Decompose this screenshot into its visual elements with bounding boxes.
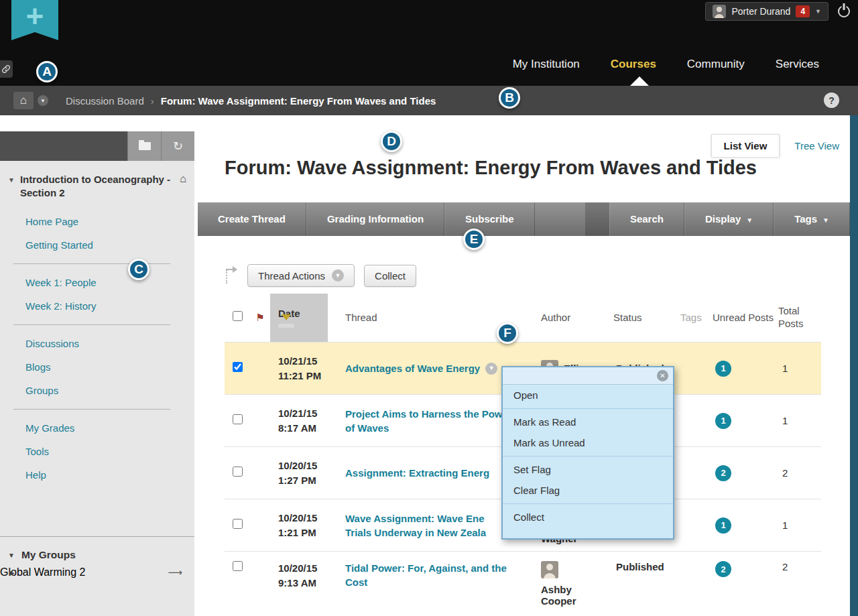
nav-services[interactable]: Services <box>776 58 819 71</box>
callout-badge-d: D <box>381 131 402 152</box>
thread-link[interactable]: Assignment: Extracting Energ <box>345 466 489 480</box>
total-posts: 2 <box>778 561 821 572</box>
page-title: Forum: Wave Assignment: Energy From Wave… <box>225 157 757 179</box>
thread-link[interactable]: Wave Assignment: Wave Ene Trials Underwa… <box>345 511 486 540</box>
topbar: + Porter Durand 4 ▼ My Institution Cours… <box>0 0 858 86</box>
breadcrumb-bar: ⌂ ▼ Discussion Board › Forum: Wave Assig… <box>0 86 858 115</box>
sidebar-item-discussions[interactable]: Discussions <box>0 332 194 355</box>
column-header-date[interactable]: Date <box>270 294 328 342</box>
row-checkbox[interactable] <box>233 414 243 427</box>
callout-badge-f: F <box>497 322 518 344</box>
sidebar-item-blogs[interactable]: Blogs <box>0 355 194 379</box>
user-avatar <box>713 5 726 18</box>
row-checkbox[interactable] <box>233 519 243 532</box>
sidebar-item-week1[interactable]: Week 1: People <box>0 271 194 294</box>
sidebar-item-week2[interactable]: Week 2: History <box>0 294 194 318</box>
my-groups-header: ▼ My Groups <box>0 544 194 566</box>
thread-date: 10/20/15 1:27 PM <box>270 458 345 488</box>
thread-link[interactable]: Project Aims to Harness the Power of Wav… <box>345 407 514 435</box>
search-button[interactable]: Search <box>609 202 684 236</box>
collapse-chevron-icon[interactable]: ▼ <box>8 176 15 200</box>
group-item: ▶ Global Warming 2 ⟶ <box>0 566 194 578</box>
menu-item-set-flag[interactable]: Set Flag <box>503 459 673 480</box>
add-ribbon-button[interactable]: + <box>11 0 58 40</box>
collapse-chevron-icon[interactable]: ▼ <box>8 552 15 559</box>
sidebar-item-help[interactable]: Help <box>0 463 194 487</box>
close-icon[interactable]: ✕ <box>657 370 668 381</box>
menu-item-collect[interactable]: Collect <box>503 507 673 528</box>
display-menu-button[interactable]: Display▼ <box>684 202 774 236</box>
column-header-thread: Thread <box>345 312 541 324</box>
unread-count-badge[interactable]: 1 <box>715 361 731 377</box>
thread-actions-button[interactable]: Thread Actions ▼ <box>247 264 355 287</box>
menu-item-mark-as-read[interactable]: Mark as Read <box>503 412 673 432</box>
sidebar-item-tools[interactable]: Tools <box>0 440 194 463</box>
sidebar-item-home-page[interactable]: Home Page <box>0 210 194 233</box>
user-menu[interactable]: Porter Durand 4 ▼ <box>705 2 829 21</box>
sidebar-item-getting-started[interactable]: Getting Started <box>0 233 194 257</box>
thread-link[interactable]: Advantages of Wave Energy <box>345 361 480 375</box>
unread-posts-cell: 1 <box>713 413 778 429</box>
unread-count-badge[interactable]: 2 <box>715 465 731 481</box>
nav-courses[interactable]: Courses <box>611 58 656 71</box>
course-home-icon[interactable]: ⌂ <box>180 173 186 200</box>
collapse-menu-button[interactable] <box>127 131 161 161</box>
active-tab-notch <box>630 76 649 86</box>
row-checkbox[interactable] <box>233 362 243 375</box>
view-toggle: List View Tree View <box>711 134 839 157</box>
thread-context-menu-icon[interactable]: ▼ <box>485 363 497 375</box>
unread-posts-cell: 2 <box>713 561 778 577</box>
tab-list-view[interactable]: List View <box>711 134 780 157</box>
link-icon[interactable] <box>0 60 13 78</box>
sidebar-item-global-warming-2[interactable]: Global Warming 2 <box>0 566 194 578</box>
select-all-checkbox[interactable] <box>233 311 243 324</box>
refresh-button[interactable]: ↻ <box>161 131 194 161</box>
tags-menu-button[interactable]: Tags▼ <box>774 202 850 236</box>
menu-divider <box>503 456 673 456</box>
expand-chevron-icon[interactable]: ▶ <box>9 569 15 576</box>
nav-community[interactable]: Community <box>687 58 745 71</box>
thread-link[interactable]: Tidal Power: For, Against, and the Cost <box>345 561 514 589</box>
collect-label: Collect <box>375 270 406 282</box>
unread-count-badge[interactable]: 2 <box>715 561 731 577</box>
chain-link-icon <box>1 64 11 74</box>
course-header: ▼ Introduction to Oceanography - Section… <box>0 161 194 206</box>
grading-information-button[interactable]: Grading Information <box>306 202 444 236</box>
top-navigation: My Institution Courses Community Service… <box>513 58 819 71</box>
course-title: Introduction to Oceanography - Section 2 <box>20 173 174 200</box>
folder-icon <box>139 142 151 150</box>
nav-my-institution[interactable]: My Institution <box>513 58 580 71</box>
tab-tree-view[interactable]: Tree View <box>794 140 839 151</box>
breadcrumb-parent-link[interactable]: Discussion Board <box>66 95 144 107</box>
unread-count-badge[interactable]: 1 <box>715 517 731 534</box>
column-header-author: Author <box>541 312 613 324</box>
action-bar-dark-segment <box>585 202 609 236</box>
create-thread-button[interactable]: Create Thread <box>198 202 306 236</box>
table-row: 10/20/15 9:13 AM Tidal Power: For, Again… <box>225 551 821 616</box>
action-bar-spacer <box>535 202 585 236</box>
column-header-status: Status <box>613 312 680 324</box>
menu-item-mark-as-unread[interactable]: Mark as Unread <box>503 432 673 453</box>
course-menu: Home Page Getting Started Week 1: People… <box>0 210 194 487</box>
my-groups-section: ▼ My Groups ▶ Global Warming 2 ⟶ <box>0 536 194 578</box>
total-posts: 1 <box>778 415 821 426</box>
unread-count-badge[interactable]: 1 <box>715 413 731 429</box>
author-avatar <box>541 561 558 578</box>
sidebar-item-groups[interactable]: Groups <box>0 379 194 402</box>
total-posts: 1 <box>778 363 821 374</box>
subscribe-button[interactable]: Subscribe <box>444 202 535 236</box>
home-icon[interactable]: ⌂ <box>13 92 34 109</box>
help-icon[interactable]: ? <box>824 93 839 108</box>
breadcrumb-separator: › <box>151 95 154 107</box>
open-group-arrow-icon[interactable]: ⟶ <box>168 566 182 578</box>
notification-badge[interactable]: 4 <box>796 5 810 17</box>
menu-item-clear-flag[interactable]: Clear Flag <box>503 480 673 501</box>
content-frame-border <box>850 115 858 616</box>
logout-power-icon[interactable] <box>838 5 850 17</box>
collect-button[interactable]: Collect <box>364 265 416 287</box>
menu-item-open[interactable]: Open <box>503 385 673 406</box>
row-checkbox[interactable] <box>233 561 243 574</box>
row-checkbox[interactable] <box>233 467 243 479</box>
sidebar-item-my-grades[interactable]: My Grades <box>0 416 194 440</box>
breadcrumb-expand-icon[interactable]: ▼ <box>38 95 48 106</box>
